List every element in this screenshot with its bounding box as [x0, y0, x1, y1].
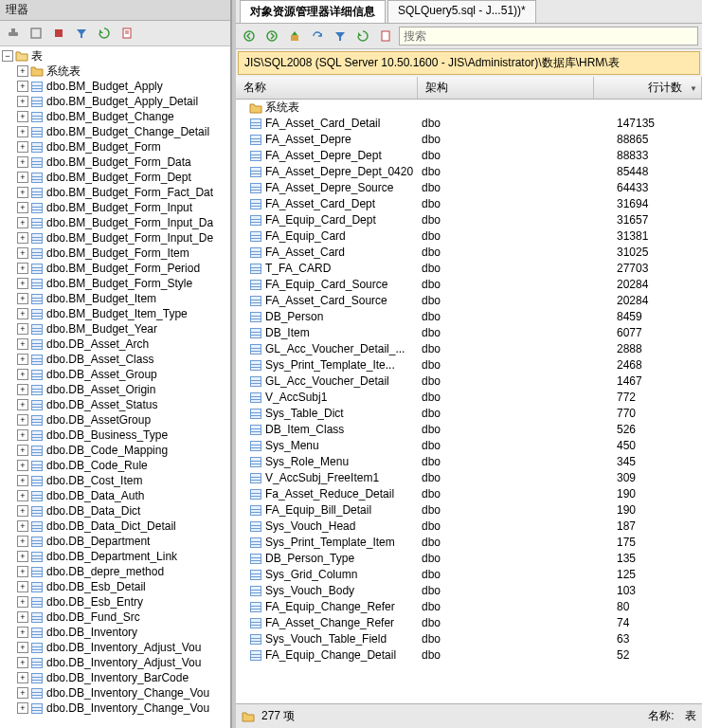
grid-row-table[interactable]: V_AccSubj1dbo772	[236, 390, 702, 406]
up-icon[interactable]	[285, 27, 304, 46]
grid-row-table[interactable]: FA_Asset_Depre_Deptdbo88833	[236, 148, 702, 164]
back-icon[interactable]	[240, 27, 259, 46]
expand-icon[interactable]: +	[17, 232, 28, 244]
tree-node-table[interactable]: +dbo.DB_Cost_Item	[0, 473, 230, 488]
expand-icon[interactable]: +	[17, 217, 28, 228]
expand-icon[interactable]: +	[17, 596, 28, 608]
tree-node-table[interactable]: +dbo.BM_Budget_Form_Period	[0, 261, 230, 276]
grid-row-table[interactable]: DB_Persondbo8459	[236, 309, 702, 325]
grid-row-table[interactable]: Fa_Asset_Reduce_Detaildbo190	[236, 486, 702, 502]
expand-icon[interactable]: +	[17, 384, 28, 395]
expand-icon[interactable]: +	[17, 581, 28, 592]
tree-node-table[interactable]: +dbo.BM_Budget_Change	[0, 109, 230, 124]
expand-icon[interactable]: +	[17, 505, 28, 517]
expand-icon[interactable]: +	[17, 263, 28, 274]
tree-node-table[interactable]: +dbo.BM_Budget_Form_Input	[0, 200, 230, 215]
grid-row-table[interactable]: DB_Item_Classdbo526	[236, 422, 702, 438]
tree-node-table[interactable]: +dbo.DB_Inventory	[0, 625, 230, 640]
tree-node-table[interactable]: +dbo.DB_Department	[0, 534, 230, 549]
tree-node-table[interactable]: +dbo.DB_AssetGroup	[0, 412, 230, 428]
expand-icon[interactable]: +	[17, 611, 28, 623]
grid-row-table[interactable]: FA_Asset_Carddbo31025	[236, 245, 702, 261]
expand-icon[interactable]: +	[17, 247, 28, 259]
tree-node-table[interactable]: +dbo.DB_Business_Type	[0, 428, 230, 443]
grid-row-folder[interactable]: 系统表	[236, 100, 702, 116]
search-input[interactable]	[399, 27, 698, 46]
tree-node-table[interactable]: +dbo.DB_Asset_Origin	[0, 382, 230, 397]
expand-icon[interactable]: +	[17, 566, 28, 577]
expand-icon[interactable]: +	[17, 520, 28, 532]
grid-row-table[interactable]: Sys_Print_Template_Ite...dbo2468	[236, 357, 702, 373]
grid-row-table[interactable]: Sys_Menudbo450	[236, 438, 702, 454]
grid-row-table[interactable]: GL_Acc_Voucher_Detail_...dbo2888	[236, 341, 702, 357]
tree-node-table[interactable]: +dbo.BM_Budget_Form_Input_De	[0, 230, 230, 246]
refresh-icon[interactable]	[353, 27, 372, 46]
column-name[interactable]: 名称	[236, 77, 418, 99]
disconnect-icon[interactable]	[27, 24, 45, 43]
expand-icon[interactable]: +	[17, 399, 28, 410]
tree-node-table[interactable]: +dbo.DB_Inventory_Change_Vou	[0, 701, 230, 716]
expand-icon[interactable]: +	[17, 369, 28, 380]
grid-row-table[interactable]: FA_Asset_Card_Sourcedbo20284	[236, 293, 702, 309]
expand-icon[interactable]: +	[17, 96, 28, 107]
grid-row-table[interactable]: FA_Equip_Carddbo31381	[236, 228, 702, 245]
tree-node-table[interactable]: +dbo.DB_Department_Link	[0, 549, 230, 564]
grid-row-table[interactable]: Sys_Print_Template_Itemdbo175	[236, 535, 702, 551]
tree-node-table[interactable]: +dbo.DB_Data_Auth	[0, 488, 230, 503]
grid-row-table[interactable]: FA_Asset_Card_Detaildbo147135	[236, 116, 702, 132]
tab-details[interactable]: 对象资源管理器详细信息	[240, 0, 386, 23]
tree-node-table[interactable]: +dbo.BM_Budget_Form_Fact_Dat	[0, 185, 230, 200]
script-icon[interactable]	[117, 24, 136, 43]
tree-node-table[interactable]: +dbo.BM_Budget_Form_Data	[0, 155, 230, 170]
tree-node-table[interactable]: +dbo.DB_Data_Dict_Detail	[0, 519, 230, 534]
expand-icon[interactable]: +	[17, 687, 28, 699]
expand-icon[interactable]: +	[17, 338, 28, 350]
grid-row-table[interactable]: FA_Equip_Change_Referdbo80	[236, 599, 702, 615]
grid-row-table[interactable]: FA_Equip_Card_Sourcedbo20284	[236, 277, 702, 293]
grid-row-table[interactable]: FA_Equip_Bill_Detaildbo190	[236, 502, 702, 519]
tree-node-table[interactable]: +dbo.DB_depre_method	[0, 564, 230, 579]
tree-node-table[interactable]: +dbo.DB_Esb_Entry	[0, 594, 230, 610]
tree-node-table[interactable]: +dbo.BM_Budget_Item_Type	[0, 306, 230, 321]
grid-row-table[interactable]: T_FA_CARDdbo27703	[236, 261, 702, 277]
grid-row-table[interactable]: DB_Itemdbo6077	[236, 325, 702, 341]
expand-icon[interactable]: +	[17, 278, 28, 289]
tree-node-table[interactable]: +dbo.BM_Budget_Form_Style	[0, 276, 230, 291]
expand-icon[interactable]: +	[17, 111, 28, 122]
grid-row-table[interactable]: FA_Asset_Card_Deptdbo31694	[236, 196, 702, 212]
grid-row-table[interactable]: Sys_Role_Menudbo345	[236, 454, 702, 470]
grid-row-table[interactable]: FA_Asset_Depre_Dept_0420dbo85448	[236, 164, 702, 180]
tree-node-root[interactable]: −表	[0, 48, 230, 64]
expand-icon[interactable]: +	[17, 702, 28, 714]
tree-node-table[interactable]: +dbo.BM_Budget_Form	[0, 139, 230, 155]
grid-row-table[interactable]: FA_Equip_Card_Deptdbo31657	[236, 212, 702, 228]
expand-icon[interactable]: +	[17, 490, 28, 501]
grid-row-table[interactable]: FA_Asset_Depredbo88865	[236, 132, 702, 148]
sync-icon[interactable]	[308, 27, 327, 46]
tree-node-table[interactable]: +dbo.DB_Asset_Status	[0, 397, 230, 412]
tree-node-table[interactable]: +dbo.DB_Code_Rule	[0, 458, 230, 473]
tree-node-table[interactable]: +dbo.BM_Budget_Item	[0, 291, 230, 306]
tree-node-table[interactable]: +dbo.BM_Budget_Change_Detail	[0, 124, 230, 139]
filter-icon[interactable]	[72, 24, 91, 43]
expand-icon[interactable]: +	[17, 354, 28, 365]
grid-body[interactable]: 系统表FA_Asset_Card_Detaildbo147135FA_Asset…	[236, 100, 702, 703]
expand-icon[interactable]: +	[17, 475, 28, 486]
tree-node-table[interactable]: +dbo.DB_Inventory_Change_Vou	[0, 685, 230, 701]
tree-node-table[interactable]: +dbo.DB_Code_Mapping	[0, 443, 230, 458]
tree-node-table[interactable]: +dbo.DB_Asset_Arch	[0, 337, 230, 352]
tree-node-table[interactable]: +dbo.DB_Asset_Group	[0, 367, 230, 382]
expand-icon[interactable]: +	[17, 308, 28, 319]
forward-icon[interactable]	[262, 27, 281, 46]
connect-icon[interactable]	[4, 24, 23, 43]
expand-icon[interactable]: +	[17, 172, 28, 183]
tree-node-table[interactable]: +dbo.DB_Esb_Detail	[0, 579, 230, 594]
tree-node-table[interactable]: +dbo.DB_Asset_Class	[0, 352, 230, 367]
grid-row-table[interactable]: GL_Acc_Voucher_Detaildbo1467	[236, 373, 702, 390]
tree-node-table[interactable]: +dbo.BM_Budget_Year	[0, 321, 230, 337]
expand-icon[interactable]: +	[17, 65, 28, 77]
expand-icon[interactable]: +	[17, 141, 28, 153]
tree-node-table[interactable]: +dbo.DB_Inventory_Adjust_Vou	[0, 640, 230, 655]
refresh-icon[interactable]	[95, 24, 114, 43]
expand-icon[interactable]: +	[17, 657, 28, 668]
